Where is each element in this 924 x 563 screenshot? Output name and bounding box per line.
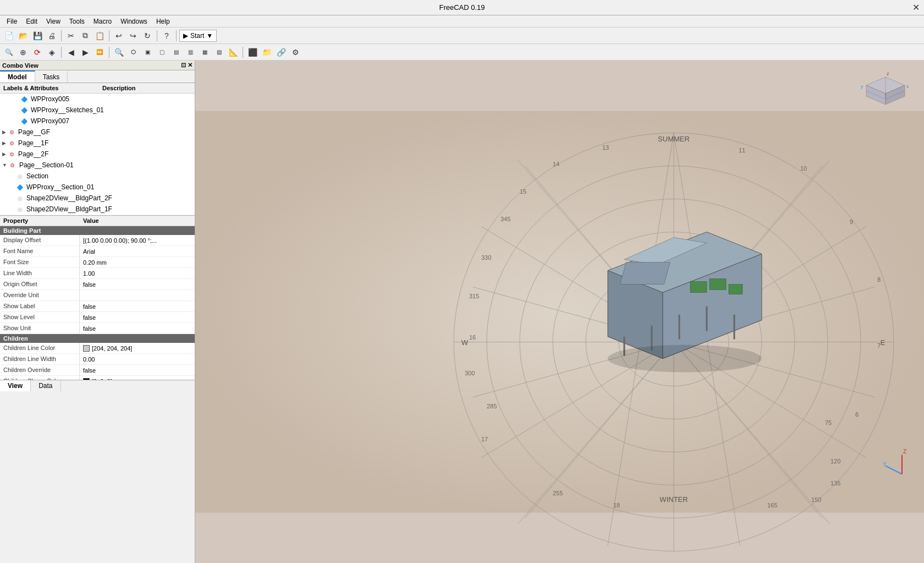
- svg-text:150: 150: [811, 496, 821, 503]
- svg-text:14: 14: [553, 161, 559, 167]
- help-button[interactable]: ?: [160, 30, 173, 42]
- props-row: Children Line Color [204, 204, 204]: [0, 343, 195, 354]
- svg-text:135: 135: [831, 480, 840, 487]
- view-front-button[interactable]: ▢: [155, 46, 168, 58]
- bim-button[interactable]: ⬛: [246, 46, 259, 58]
- tree-item[interactable]: 🔷 WPProxy__Section_01: [0, 182, 195, 193]
- menu-help[interactable]: Help: [152, 17, 174, 26]
- svg-rect-54: [690, 282, 707, 293]
- menu-edit[interactable]: Edit: [21, 17, 42, 26]
- print-button[interactable]: 🖨: [45, 30, 58, 42]
- svg-text:y: y: [861, 84, 864, 89]
- menu-view[interactable]: View: [42, 17, 65, 26]
- color-swatch[interactable]: [83, 345, 90, 352]
- settings-button[interactable]: ⚙: [289, 46, 302, 58]
- tab-data[interactable]: Data: [31, 380, 61, 391]
- view-top-button[interactable]: ▣: [141, 46, 154, 58]
- svg-text:255: 255: [553, 490, 563, 496]
- title-bar-text: FreeCAD 0.19: [439, 3, 485, 12]
- menu-file[interactable]: File: [2, 17, 21, 26]
- open-button[interactable]: 📂: [16, 30, 30, 42]
- link-button[interactable]: 🔗: [274, 46, 288, 58]
- tree-item[interactable]: ◎ Shape2DView__BldgPart_1F: [0, 204, 195, 215]
- view-rotate-button[interactable]: ⟳: [31, 46, 44, 58]
- tree-item[interactable]: 🔷 WPProxy__Sketches_01: [0, 105, 195, 116]
- tree-item[interactable]: ◎ Section: [0, 171, 195, 182]
- combo-view-controls: ⊡ ✕: [181, 62, 193, 69]
- svg-text:13: 13: [602, 144, 609, 151]
- nav-back-button[interactable]: ◀: [64, 46, 78, 58]
- cut-button[interactable]: ✂: [64, 30, 78, 42]
- view-pan-button[interactable]: ◈: [45, 46, 58, 58]
- page-icon: ⚙: [7, 150, 16, 158]
- svg-text:16: 16: [469, 334, 476, 341]
- tree-item[interactable]: ▼ ⚙ Page__Section-01: [0, 160, 195, 171]
- props-row: Show Unit false: [0, 323, 195, 334]
- props-row: Children Override false: [0, 365, 195, 376]
- props-header: Property Value: [0, 216, 195, 226]
- copy-button[interactable]: ⧉: [79, 30, 92, 42]
- folder-button[interactable]: 📁: [260, 46, 273, 58]
- svg-text:9: 9: [850, 218, 853, 225]
- wp-icon: 🔷: [20, 106, 29, 114]
- props-row: Display Offset [(1.00 0.00 0.00); 90.00 …: [0, 235, 195, 246]
- tab-tasks[interactable]: Tasks: [35, 70, 68, 83]
- nav-forward2-button[interactable]: ⏩: [93, 46, 106, 58]
- viewport[interactable]: SUMMER WINTER N W E 11 10 9 8 7 6 75 120…: [195, 61, 924, 563]
- nav-cube[interactable]: x y z: [858, 72, 913, 121]
- expand-toggle[interactable]: ▶: [2, 151, 6, 157]
- new-button[interactable]: 📄: [2, 30, 15, 42]
- svg-text:x: x: [906, 84, 909, 89]
- wp-icon: 🔷: [20, 95, 29, 103]
- tree-item[interactable]: ◎ Shape2DView__BldgPart_2F: [0, 193, 195, 204]
- measure-button[interactable]: 📐: [227, 46, 240, 58]
- workbench-dropdown[interactable]: ▶ Start ▼: [179, 30, 217, 42]
- menu-macro[interactable]: Macro: [89, 17, 116, 26]
- tree-item[interactable]: ▶ ⚙ Page__1F: [0, 138, 195, 149]
- page-icon: ⚙: [7, 128, 16, 136]
- view-zoom-button[interactable]: 🔍: [112, 46, 125, 58]
- redo-button[interactable]: ↪: [127, 30, 140, 42]
- tab-model[interactable]: Model: [0, 70, 35, 83]
- undo-button[interactable]: ↩: [112, 30, 125, 42]
- tab-view[interactable]: View: [0, 380, 31, 391]
- tree-col-desc: Description: [99, 83, 195, 93]
- view-right-button[interactable]: ▤: [169, 46, 183, 58]
- svg-text:75: 75: [825, 419, 832, 426]
- menu-tools[interactable]: Tools: [65, 17, 89, 26]
- tree-item[interactable]: 🔷 WPProxy005: [0, 94, 195, 105]
- view-left-button[interactable]: ▥: [184, 46, 197, 58]
- props-section-buildingpart: Building Part: [0, 226, 195, 235]
- expand-toggle[interactable]: ▼: [2, 162, 7, 168]
- tree-item[interactable]: ▶ ⚙ Page__GF: [0, 127, 195, 138]
- svg-text:17: 17: [481, 436, 488, 442]
- svg-rect-55: [710, 279, 726, 290]
- view-home-button[interactable]: 🔍: [2, 46, 15, 58]
- tree-item[interactable]: 🔷 WPProxy007: [0, 116, 195, 127]
- menu-windows[interactable]: Windows: [116, 17, 152, 26]
- props-col-value: Value: [80, 216, 195, 226]
- expand-toggle[interactable]: ▶: [2, 140, 6, 146]
- svg-text:WINTER: WINTER: [659, 495, 688, 504]
- toolbar-1: 📄 📂 💾 🖨 ✂ ⧉ 📋 ↩ ↪ ↻ ? ▶ Start ▼: [0, 28, 924, 44]
- view-back-button[interactable]: ▧: [212, 46, 226, 58]
- workbench-chevron: ▼: [206, 32, 213, 40]
- save-button[interactable]: 💾: [31, 30, 44, 42]
- view-data-tabs: View Data: [0, 380, 195, 391]
- combo-tabs: Model Tasks: [0, 70, 195, 83]
- tree-area: Labels & Attributes Description 🔷 WPProx…: [0, 83, 195, 215]
- refresh-button[interactable]: ↻: [141, 30, 154, 42]
- close-button[interactable]: ✕: [912, 2, 920, 13]
- nav-forward-button[interactable]: ▶: [79, 46, 92, 58]
- section-icon: ◎: [15, 205, 24, 214]
- expand-toggle[interactable]: ▶: [2, 129, 6, 135]
- wp-icon: 🔷: [20, 117, 29, 125]
- view-bottom-button[interactable]: ▦: [198, 46, 211, 58]
- section-icon: ◎: [15, 172, 24, 181]
- svg-text:330: 330: [481, 254, 491, 261]
- paste-button[interactable]: 📋: [93, 30, 106, 42]
- tree-item[interactable]: ▶ ⚙ Page__2F: [0, 149, 195, 160]
- menu-bar: File Edit View Tools Macro Windows Help: [0, 15, 924, 28]
- view-3d-button[interactable]: ⬡: [127, 46, 140, 58]
- view-fit-button[interactable]: ⊕: [16, 46, 30, 58]
